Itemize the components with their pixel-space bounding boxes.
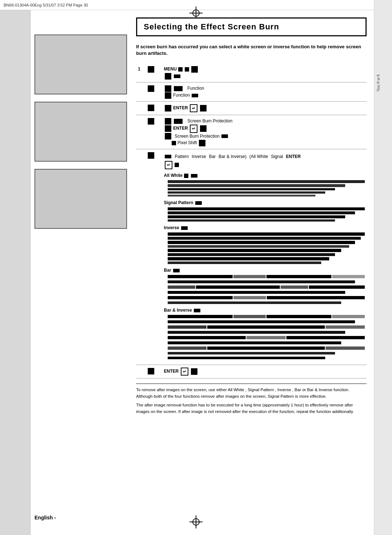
inv-bar-7	[168, 257, 330, 260]
pattern-bar-inverse-title: Bar & Inverse	[164, 307, 365, 313]
sbp-bar	[174, 119, 183, 124]
sbp-sq3	[200, 125, 207, 132]
step-number-opt	[136, 149, 145, 365]
sbp-sq1	[165, 118, 171, 125]
pattern-inverse-title: Inverse	[164, 224, 365, 231]
bar-3	[168, 188, 335, 190]
opt-inverse: Inverse	[192, 153, 206, 160]
sp-bar	[195, 201, 202, 205]
pattern-bar: Bar	[164, 267, 365, 304]
arrow-icon	[148, 85, 154, 92]
opt-bar-inv: Bar & Inverse)	[219, 153, 246, 160]
pattern-bar-inverse-bars	[168, 315, 365, 359]
sbp-bar2	[221, 134, 228, 138]
image-placeholder-3	[34, 169, 127, 229]
inv-bar-8	[168, 262, 322, 264]
bar-icon	[173, 269, 180, 272]
inv-bar-5	[168, 249, 341, 252]
bi-row-4	[168, 331, 345, 334]
step-content-sbp: Screen Burn Protection ENTER ↵ Screen Bu…	[162, 115, 367, 149]
pattern-bar-inverse: Bar & Inverse	[164, 307, 365, 359]
menu-bar	[174, 74, 180, 78]
pattern-inverse: Inverse	[164, 224, 365, 264]
inv-bar-2	[168, 237, 361, 240]
pattern-signal-title: Signal Pattern	[164, 199, 365, 206]
step-row-enter1: ENTER ↵	[136, 101, 367, 115]
pixshift-sq	[199, 140, 205, 146]
pattern-signal-bars	[168, 207, 365, 222]
menu-icon	[178, 67, 183, 72]
bar-row-mixed-3	[168, 296, 365, 299]
aw-icon	[184, 174, 188, 178]
enter-sub-row: ↵	[164, 161, 365, 169]
final-icon	[148, 368, 154, 374]
sig-bar-2	[168, 211, 355, 214]
inv-bar	[181, 226, 188, 230]
step-content-1: MENU	[162, 63, 367, 82]
image-placeholder-2	[34, 102, 127, 162]
sig-bar-3	[168, 215, 345, 218]
english-label: English -	[34, 515, 56, 520]
bar-row-3	[168, 291, 345, 294]
step-number-fn	[136, 82, 145, 102]
menu-icon3	[191, 66, 198, 73]
bi-row-1	[168, 315, 365, 318]
inv-bar-3	[168, 241, 355, 244]
step-number-final	[136, 365, 145, 378]
remote-icon	[148, 66, 154, 73]
pattern-allwhite-title: All White	[164, 172, 365, 179]
opt-signal: Signal	[271, 153, 283, 160]
opt-icon	[148, 152, 154, 159]
enter-box3: ↵	[165, 161, 172, 169]
bi-row-2	[168, 320, 355, 323]
left-sidebar	[0, 10, 31, 535]
step-row-function: Function Function	[136, 82, 367, 102]
registration-mark-bottom	[189, 515, 203, 528]
aw-bar	[191, 174, 197, 178]
menu-icon2	[185, 67, 189, 72]
pattern-allwhite-bars	[168, 180, 365, 196]
sbp-sq2	[165, 125, 171, 132]
step-number-e1	[136, 101, 145, 115]
opt-pattern: Pattern	[175, 153, 189, 160]
intro-text: If screen burn has occurred you can sele…	[136, 44, 367, 57]
step-content-fn: Function Function	[162, 82, 367, 102]
top-strip-text: BN68-01304A-00Eng 5/31/07 3:52 PM Page 3…	[4, 3, 88, 7]
step-icon-e1	[145, 101, 162, 115]
bi-row-5	[168, 336, 365, 339]
sig-bar-1	[168, 207, 365, 210]
pattern-inverse-bars	[168, 232, 365, 264]
bi-row-3	[168, 325, 365, 329]
bar-row-4	[168, 301, 341, 304]
fn-bar1	[174, 86, 183, 91]
enter-box: ↵	[190, 104, 197, 113]
bar-row-mixed-2	[168, 285, 365, 289]
opt-bar-label: Bar	[209, 153, 216, 160]
step-content-opt: Pattern Inverse Bar Bar & Inverse) (All …	[162, 149, 367, 365]
opt-bar	[165, 155, 171, 158]
sbp-icon	[148, 118, 154, 125]
step-icon-1	[145, 63, 162, 82]
step-row-options: Pattern Inverse Bar Bar & Inverse) (All …	[136, 149, 367, 365]
bi-row-7	[168, 346, 365, 350]
step-row-sbp: Screen Burn Protection ENTER ↵ Screen Bu…	[136, 115, 367, 149]
step-icon-fn	[145, 82, 162, 102]
bi-row-8	[168, 352, 335, 354]
step-icon-opt	[145, 149, 162, 365]
step-row-final: ENTER ↵	[136, 365, 367, 378]
step-number-sbp	[136, 115, 145, 149]
opt-enter: ENTER	[286, 153, 301, 160]
fn-bar2	[192, 94, 198, 97]
bi-bar	[194, 309, 200, 312]
enter-sq-sub	[175, 163, 179, 167]
right-sidebar-text: You If w fi	[374, 73, 392, 93]
image-placeholder-1	[34, 35, 127, 94]
sbp-sq4	[165, 133, 171, 139]
opt-allwhite: (All White	[249, 153, 268, 160]
final-sq	[191, 368, 197, 375]
bar-5	[168, 195, 316, 196]
pattern-allwhite: All White	[164, 172, 365, 196]
steps-table: 1 MENU	[136, 63, 367, 378]
inv-bar-4	[168, 245, 349, 248]
fn-icon2	[165, 92, 171, 99]
